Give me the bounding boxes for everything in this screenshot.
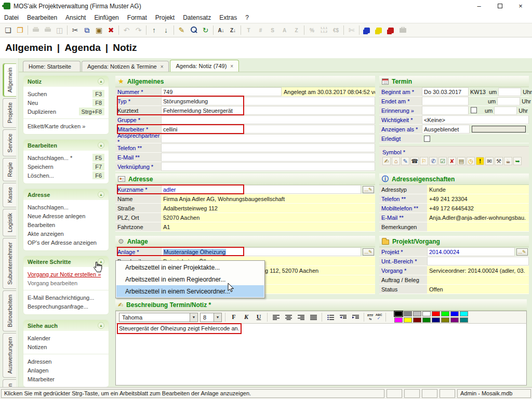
briefcase-icon[interactable] xyxy=(397,25,409,36)
font-size-select[interactable]: 8▼ xyxy=(200,313,222,322)
toolbar-separator[interactable] xyxy=(26,25,30,36)
color-swatch[interactable] xyxy=(460,317,468,323)
menu-item[interactable]: Bearbeiten xyxy=(23,13,61,22)
sidebar-command[interactable]: E-Mail Benachrichtigung... xyxy=(28,293,104,302)
color-swatch[interactable] xyxy=(394,311,403,316)
edit-pencil-icon[interactable]: ✎ xyxy=(176,25,188,36)
tab-close-icon[interactable]: × xyxy=(230,63,233,69)
module-tab-logistik[interactable]: Logistik xyxy=(3,209,16,236)
sidebar-command-vorgang-erstellen[interactable]: Vorgang zur Notiz erstellen » xyxy=(28,270,104,278)
print-form-icon[interactable] xyxy=(42,25,54,36)
tools-icon[interactable]: ⚒ xyxy=(495,157,503,165)
color-swatch[interactable] xyxy=(413,311,421,316)
puzzle-blue-icon[interactable] xyxy=(361,25,373,36)
module-tab-subunternehmer[interactable]: Subunternehmer xyxy=(3,238,16,289)
sidebar-command[interactable]: Löschen...F6 xyxy=(28,171,104,180)
spellcheck-button[interactable]: ABC✓ xyxy=(376,313,382,321)
field-label-untbereich[interactable]: Unt.-Bereich * xyxy=(379,257,427,265)
tab-home-startseite[interactable]: Home: Startseite xyxy=(23,61,81,72)
color-swatch[interactable] xyxy=(404,311,412,316)
note-icon[interactable]: ✍ xyxy=(382,157,391,165)
calendar-edit-icon[interactable]: ✎ xyxy=(401,157,409,165)
edit-anlage-button[interactable]: ...✎ xyxy=(363,248,374,256)
mug-icon[interactable]: ☕ xyxy=(504,157,512,165)
rtf-toggle-button[interactable]: RTF⇆ xyxy=(367,314,374,321)
sort-descending-icon[interactable]: Z↓ xyxy=(227,25,239,36)
outline-numbering-icon[interactable]: 1.1.1 1.1.2 xyxy=(318,25,330,36)
anzeigen-field[interactable]: Ausgeblendet xyxy=(422,125,470,134)
sidebar-command[interactable]: Neue Adresse anlegen xyxy=(28,211,104,220)
menu-item[interactable]: Projekt xyxy=(151,13,179,22)
gruppe-field[interactable] xyxy=(161,115,375,124)
field-label-anzeigen[interactable]: Anzeigen als * xyxy=(379,125,422,134)
color-swatch[interactable] xyxy=(432,311,440,316)
bullet-list-button[interactable] xyxy=(325,312,336,322)
context-menu-item[interactable]: Arbeitszettel in einem Serviceordner... xyxy=(116,285,264,297)
sort-ascending-icon[interactable]: A↓ xyxy=(215,25,227,36)
toolbar-separator[interactable] xyxy=(65,25,69,36)
kurztext-field[interactable]: Fehlermeldung Steuergerät xyxy=(161,106,375,115)
format-z-icon[interactable]: Z xyxy=(290,25,302,36)
percent-icon[interactable]: % xyxy=(306,25,318,36)
minimize-button[interactable]: – xyxy=(469,1,489,11)
field-label-telefon2[interactable]: Telefon ** xyxy=(379,194,427,203)
callback-icon[interactable]: ✆ xyxy=(429,157,437,165)
sidebar-command[interactable]: Mitarbeiter xyxy=(28,375,104,383)
format-number-icon[interactable]: # xyxy=(255,25,267,36)
field-label-ansprechpartner[interactable]: Ansprechpartner * xyxy=(115,134,161,143)
sidebar-command[interactable]: DuplizierenStrg+F8 xyxy=(28,107,104,116)
forward-arrow-icon[interactable]: ➥ xyxy=(513,157,522,165)
align-left-button[interactable] xyxy=(271,312,281,322)
color-swatch[interactable] xyxy=(441,317,449,323)
color-swatch[interactable] xyxy=(422,311,431,316)
beginnt-date-field[interactable]: Do 30.03.2017 xyxy=(422,87,469,96)
untbereich-field[interactable] xyxy=(427,257,529,265)
new-document-icon[interactable]: ❏ xyxy=(2,25,14,36)
field-label-anlage[interactable]: Anlage * xyxy=(115,247,161,256)
endet-date-field[interactable] xyxy=(422,97,469,105)
module-tab-service[interactable]: Service xyxy=(3,129,16,157)
email-field[interactable] xyxy=(161,153,375,162)
typ-field[interactable]: Störungsmeldung xyxy=(161,97,375,105)
open-folder-icon[interactable]: ❐ xyxy=(14,25,26,36)
module-tab-projekte[interactable]: Projekte xyxy=(3,98,16,127)
field-label-mobiltelefon[interactable]: Mobiltelefon ** xyxy=(379,204,427,212)
menu-item[interactable]: Format xyxy=(123,13,151,22)
align-center-button[interactable] xyxy=(283,312,294,322)
move-up-icon[interactable]: ↑ xyxy=(148,25,160,36)
sidebar-command[interactable]: Akte anzeigen xyxy=(28,229,104,238)
menu-item[interactable]: ? xyxy=(241,13,253,22)
edit-address-button[interactable]: ...✎ xyxy=(363,186,374,193)
mitarbeiter-field[interactable]: cellini xyxy=(161,125,375,134)
format-text-icon[interactable]: T xyxy=(243,25,255,36)
breadcrumb-allgemein[interactable]: Allgemein xyxy=(5,42,52,54)
contact-card-icon[interactable]: ▤ xyxy=(457,157,466,165)
sidebar-command[interactable]: SuchenF3 xyxy=(28,89,104,98)
lookup-document-icon[interactable] xyxy=(188,25,200,36)
menu-item[interactable]: Extras xyxy=(215,13,241,22)
sidebar-command[interactable]: Nachschlagen... xyxy=(28,203,104,211)
erledigt-checkbox[interactable] xyxy=(424,136,430,142)
move-down-icon[interactable]: ↓ xyxy=(160,25,172,36)
notiz-text-area[interactable]: Steuergerät der Ölheizung zeigt Fehlerco… xyxy=(115,324,527,385)
delete-icon[interactable]: ✖ xyxy=(105,25,117,36)
toolbar-separator[interactable] xyxy=(239,25,243,36)
color-swatch[interactable] xyxy=(422,317,431,323)
field-label-erledigt[interactable]: Erledigt xyxy=(379,134,422,143)
field-label-wichtigkeit[interactable]: Wichtigkeit * xyxy=(379,115,422,124)
bold-button[interactable]: F xyxy=(229,312,239,322)
sidebar-command[interactable]: Besprechungsanfrage... xyxy=(28,302,104,311)
nummer-field[interactable]: 749 xyxy=(161,87,282,96)
home-icon[interactable]: ⌂ xyxy=(392,157,400,165)
refresh-icon[interactable]: ↻ xyxy=(200,25,211,36)
currency-icon[interactable]: €$ xyxy=(330,25,342,36)
field-label-gruppe[interactable]: Gruppe * xyxy=(115,115,161,124)
format-s-icon[interactable]: S xyxy=(267,25,278,36)
cut-icon[interactable]: ✂ xyxy=(69,25,81,36)
tab-close-icon[interactable]: × xyxy=(161,64,164,70)
sidebar-command[interactable]: NeuF8 xyxy=(28,98,104,107)
collapse-arrow-icon[interactable]: ▲ xyxy=(98,191,104,198)
bell-icon[interactable]: ⚐ xyxy=(420,157,428,165)
symbol-label[interactable]: Symbol * xyxy=(382,148,526,156)
color-swatch[interactable] xyxy=(450,317,459,323)
